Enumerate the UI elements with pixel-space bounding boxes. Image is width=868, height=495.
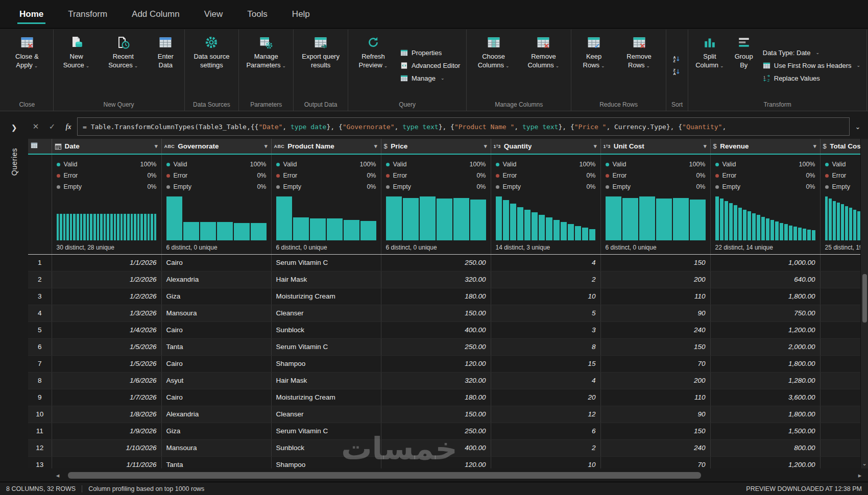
- ribbon-button-advanced-editor[interactable]: Advanced Editor: [398, 61, 463, 70]
- cell-product-name[interactable]: Hair Mask: [271, 271, 381, 288]
- cell-revenue[interactable]: 640.00: [710, 271, 820, 288]
- cell-revenue[interactable]: 1,200.00: [710, 456, 820, 468]
- ribbon-button-close-apply[interactable]: ✕Close & Apply⌄: [3, 31, 51, 100]
- ribbon-button-recent-sources[interactable]: Recent Sources⌄: [97, 31, 149, 100]
- cell-governorate[interactable]: Asyut: [161, 372, 271, 389]
- cell-price[interactable]: 120.00: [381, 456, 491, 468]
- ribbon-button-data-source-settings[interactable]: Data source settings: [187, 31, 237, 100]
- cell-quantity[interactable]: 4: [491, 254, 600, 271]
- cell-quantity[interactable]: 20: [491, 389, 600, 406]
- row-number[interactable]: 1: [28, 254, 52, 271]
- cell-unit-cost[interactable]: 90: [600, 406, 710, 423]
- cell-revenue[interactable]: 1,000.00: [710, 254, 820, 271]
- cell-product-name[interactable]: Shampoo: [271, 456, 381, 468]
- menu-tab-help[interactable]: Help: [280, 0, 322, 28]
- formula-input[interactable]: = Table.TransformColumnTypes(Table3_Tabl…: [77, 117, 850, 136]
- row-number[interactable]: 13: [28, 456, 52, 468]
- cell-price[interactable]: 320.00: [381, 372, 491, 389]
- ribbon-button-manage-parameters[interactable]: Manage Parameters⌄: [241, 31, 291, 100]
- filter-chevron-icon[interactable]: ▾: [154, 143, 159, 150]
- cell-total-cost[interactable]: [820, 406, 860, 423]
- ribbon-button-choose-columns[interactable]: Choose Columns⌄: [469, 31, 518, 100]
- cell-price[interactable]: 250.00: [381, 338, 491, 355]
- vertical-scrollbar-thumb[interactable]: [862, 274, 867, 323]
- cell-date[interactable]: 1/2/2026: [52, 288, 161, 305]
- cell-governorate[interactable]: Alexandria: [161, 406, 271, 423]
- cell-price[interactable]: 320.00: [381, 271, 491, 288]
- row-number[interactable]: 11: [28, 423, 52, 439]
- value-distribution-histogram[interactable]: [825, 196, 861, 240]
- ribbon-button-remove-rows[interactable]: ✕Remove Rows⌄: [614, 31, 664, 100]
- horizontal-scrollbar-track[interactable]: [68, 472, 850, 479]
- cell-quantity[interactable]: 4: [491, 372, 600, 389]
- value-distribution-histogram[interactable]: [606, 196, 706, 240]
- row-number[interactable]: 7: [28, 355, 52, 372]
- cell-unit-cost[interactable]: 110: [600, 389, 710, 406]
- scroll-right-icon[interactable]: ▸: [854, 472, 866, 479]
- horizontal-scrollbar[interactable]: ◂ ▸: [28, 468, 868, 482]
- ribbon-button-export-query-results[interactable]: ➔Export query results: [296, 31, 346, 100]
- cell-product-name[interactable]: Moisturizing Cream: [271, 389, 381, 406]
- cell-product-name[interactable]: Cleanser: [271, 406, 381, 423]
- cell-revenue[interactable]: 1,800.00: [710, 355, 820, 372]
- cell-price[interactable]: 400.00: [381, 439, 491, 456]
- row-number[interactable]: 12: [28, 439, 52, 456]
- cell-price[interactable]: 150.00: [381, 406, 491, 423]
- formula-accept-icon[interactable]: ✓: [44, 122, 60, 131]
- cell-quantity[interactable]: 10: [491, 288, 600, 305]
- cell-total-cost[interactable]: [820, 439, 860, 456]
- cell-price[interactable]: 400.00: [381, 321, 491, 338]
- select-all-corner[interactable]: [28, 139, 52, 154]
- value-distribution-histogram[interactable]: [276, 196, 376, 240]
- formula-expand-chevron-icon[interactable]: ⌄: [851, 123, 865, 131]
- cell-revenue[interactable]: 1,800.00: [710, 288, 820, 305]
- cell-product-name[interactable]: Serum Vitamin C: [271, 254, 381, 271]
- value-distribution-histogram[interactable]: [386, 196, 486, 240]
- filter-chevron-icon[interactable]: ▾: [263, 143, 269, 150]
- menu-tab-home[interactable]: Home: [7, 0, 56, 28]
- column-header-product-name[interactable]: ABCProduct Name▾: [271, 139, 381, 154]
- cell-revenue[interactable]: 750.00: [710, 305, 820, 321]
- cell-governorate[interactable]: Alexandria: [161, 271, 271, 288]
- filter-chevron-icon[interactable]: ▾: [373, 143, 378, 150]
- row-number[interactable]: 10: [28, 406, 52, 423]
- cell-unit-cost[interactable]: 110: [600, 288, 710, 305]
- cell-revenue[interactable]: 800.00: [710, 439, 820, 456]
- column-header-total-cost[interactable]: $Total Cost▾: [820, 139, 860, 154]
- cell-governorate[interactable]: Mansoura: [161, 305, 271, 321]
- filter-chevron-icon[interactable]: ▾: [593, 143, 598, 150]
- ribbon-button-new-source[interactable]: New Source⌄: [56, 31, 98, 100]
- cell-unit-cost[interactable]: 240: [600, 321, 710, 338]
- ribbon-button-sort-descending[interactable]: ZA: [670, 67, 683, 77]
- cell-product-name[interactable]: Moisturizing Cream: [271, 288, 381, 305]
- cell-total-cost[interactable]: [820, 254, 860, 271]
- cell-unit-cost[interactable]: 200: [600, 271, 710, 288]
- menu-tab-add-column[interactable]: Add Column: [119, 0, 192, 28]
- cell-revenue[interactable]: 1,800.00: [710, 406, 820, 423]
- row-number[interactable]: 9: [28, 389, 52, 406]
- cell-governorate[interactable]: Giza: [161, 423, 271, 439]
- menu-tab-transform[interactable]: Transform: [56, 0, 119, 28]
- menu-tab-tools[interactable]: Tools: [235, 0, 280, 28]
- column-header-price[interactable]: $Price▾: [381, 139, 491, 154]
- cell-revenue[interactable]: 1,200.00: [710, 321, 820, 338]
- cell-unit-cost[interactable]: 70: [600, 355, 710, 372]
- cell-total-cost[interactable]: [820, 338, 860, 355]
- filter-chevron-icon[interactable]: ▾: [812, 143, 817, 150]
- cell-governorate[interactable]: Cairo: [161, 389, 271, 406]
- row-number[interactable]: 8: [28, 372, 52, 389]
- cell-governorate[interactable]: Cairo: [161, 321, 271, 338]
- cell-product-name[interactable]: Sunblock: [271, 439, 381, 456]
- value-distribution-histogram[interactable]: [496, 196, 596, 240]
- cell-governorate[interactable]: Tanta: [161, 338, 271, 355]
- cell-unit-cost[interactable]: 240: [600, 439, 710, 456]
- cell-governorate[interactable]: Cairo: [161, 355, 271, 372]
- cell-date[interactable]: 1/7/2026: [52, 389, 161, 406]
- ribbon-button-manage[interactable]: Manage⌄: [398, 73, 463, 83]
- cell-quantity[interactable]: 5: [491, 305, 600, 321]
- cell-price[interactable]: 180.00: [381, 389, 491, 406]
- cell-unit-cost[interactable]: 150: [600, 423, 710, 439]
- cell-unit-cost[interactable]: 200: [600, 372, 710, 389]
- column-header-revenue[interactable]: $Revenue▾: [710, 139, 820, 154]
- cell-price[interactable]: 180.00: [381, 288, 491, 305]
